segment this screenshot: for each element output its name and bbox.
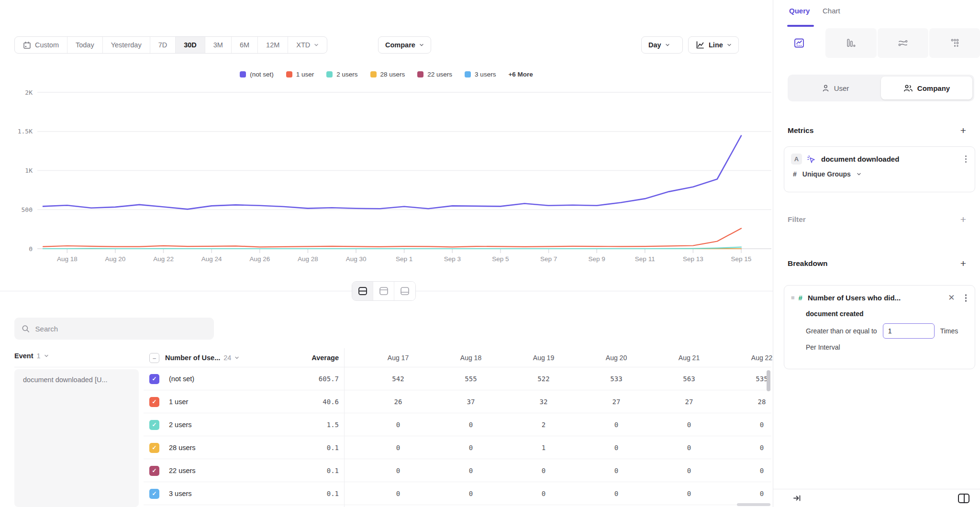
average-value: 1.5 <box>265 421 362 429</box>
row-checkbox[interactable]: ✓ <box>149 420 159 430</box>
row-divider <box>144 505 771 505</box>
condition-value-input[interactable] <box>883 323 935 339</box>
select-all-checkbox[interactable]: – <box>149 353 159 363</box>
table-header: Event 1 – Number of Use... 24 Average Au… <box>0 348 771 367</box>
split-view-button[interactable] <box>352 282 373 300</box>
top-view-button[interactable] <box>373 282 394 300</box>
metric-badge: A <box>791 154 802 165</box>
average-value: 40.6 <box>265 398 362 406</box>
date-column-header: Aug 17 <box>362 354 434 362</box>
toggle-panel-icon[interactable] <box>958 493 970 506</box>
line-chart: 05001K1.5K2KAug 18Aug 20Aug 22Aug 24Aug … <box>0 0 773 268</box>
cell-value: 0 <box>653 444 725 452</box>
vertical-scrollbar[interactable] <box>767 370 770 391</box>
row-checkbox[interactable]: ✓ <box>149 374 159 384</box>
company-toggle-option[interactable]: Company <box>881 77 972 99</box>
svg-text:1K: 1K <box>25 167 33 174</box>
cell-value: 0 <box>362 444 434 452</box>
aggregation-select[interactable]: Unique Groups <box>802 170 851 178</box>
row-label: 2 users <box>167 421 265 429</box>
user-option-label: User <box>834 84 849 92</box>
users-column-header[interactable]: – Number of Use... 24 <box>149 353 265 363</box>
user-toggle-option[interactable]: User <box>790 77 881 99</box>
cell-value: 533 <box>580 375 653 383</box>
cell-value: 0 <box>580 490 653 497</box>
svg-text:Aug 22: Aug 22 <box>153 255 174 263</box>
chevron-down-icon <box>234 355 239 360</box>
bottom-view-button[interactable] <box>394 282 415 300</box>
cell-value: 0 <box>580 467 653 474</box>
svg-text:Sep 11: Sep 11 <box>635 255 655 263</box>
date-column-header: Aug 20 <box>580 354 653 362</box>
condition-label: Greater than or equal to <box>806 327 877 335</box>
cell-value: 555 <box>434 375 507 383</box>
user-icon <box>822 84 830 92</box>
number-property-icon: # <box>799 294 802 302</box>
cell-value: 26 <box>362 398 434 406</box>
line-chart-icon <box>793 37 805 49</box>
svg-text:Sep 7: Sep 7 <box>540 255 557 263</box>
cell-value: 563 <box>653 375 725 383</box>
row-label: 28 users <box>167 444 265 452</box>
flow-chart-tab[interactable] <box>878 28 928 58</box>
breakdown-menu-button[interactable] <box>964 293 969 303</box>
cell-value: 542 <box>362 375 434 383</box>
chevron-down-icon <box>857 172 861 176</box>
row-checkbox[interactable]: ✓ <box>149 443 159 453</box>
series-2 users <box>43 247 741 249</box>
row-label: 3 users <box>167 490 265 497</box>
add-metric-button[interactable]: + <box>960 125 966 135</box>
cell-value: 0 <box>653 490 725 497</box>
company-option-label: Company <box>917 84 950 92</box>
search-box <box>14 318 214 340</box>
svg-text:Sep 5: Sep 5 <box>492 255 509 263</box>
times-label: Times <box>940 327 958 335</box>
metric-card[interactable]: A document downloaded # Unique Groups <box>784 146 975 192</box>
cell-value: 0 <box>653 467 725 474</box>
cell-value: 1 <box>507 444 580 452</box>
svg-text:Aug 18: Aug 18 <box>57 255 78 263</box>
bar-chart-icon <box>845 37 857 49</box>
breakdown-title: Breakdown <box>788 259 828 268</box>
company-icon <box>903 84 913 92</box>
metric-menu-button[interactable] <box>964 154 969 165</box>
cell-value: 0 <box>507 490 580 497</box>
event-row-panel[interactable]: document downloaded [U... <box>14 369 139 507</box>
add-breakdown-button[interactable]: + <box>960 258 966 268</box>
add-filter-button[interactable]: + <box>960 214 966 224</box>
dots-grid-icon <box>949 37 960 49</box>
horizontal-scrollbar[interactable] <box>737 503 770 506</box>
row-checkbox[interactable]: ✓ <box>149 466 159 476</box>
average-value: 0.1 <box>265 444 362 452</box>
drag-handle-icon[interactable]: ≡ <box>791 296 795 300</box>
event-name: document downloaded [U... <box>23 376 108 384</box>
close-icon[interactable]: ✕ <box>943 293 959 303</box>
line-chart-tab[interactable] <box>774 28 824 58</box>
bar-chart-tab[interactable] <box>825 28 876 58</box>
svg-text:Aug 30: Aug 30 <box>346 255 367 263</box>
breakdown-card[interactable]: ≡ # Number of Users who did... ✕ documen… <box>784 285 975 369</box>
users-header-label: Number of Use... <box>163 354 220 362</box>
cell-value: 0 <box>725 421 771 429</box>
entity-toggle: User Company <box>788 75 974 101</box>
row-checkbox[interactable]: ✓ <box>149 397 159 407</box>
cell-value: 535 <box>725 375 771 383</box>
query-sidebar: Query Chart <box>773 0 980 507</box>
cell-value: 522 <box>507 375 580 383</box>
cell-value: 0 <box>362 467 434 474</box>
average-value: 0.1 <box>265 467 362 474</box>
tab-query[interactable]: Query <box>789 7 810 15</box>
grid-chart-tab[interactable] <box>929 28 980 58</box>
collapse-sidebar-icon[interactable] <box>792 494 802 505</box>
cell-value: 0 <box>507 467 580 474</box>
active-tab-underline <box>787 25 814 27</box>
search-input[interactable] <box>35 325 207 333</box>
tab-chart[interactable]: Chart <box>823 7 840 15</box>
row-checkbox[interactable]: ✓ <box>149 489 159 499</box>
row-label: (not set) <box>167 375 265 383</box>
metrics-title: Metrics <box>788 126 813 135</box>
metrics-section-header: Metrics + <box>788 125 966 135</box>
cell-value: 0 <box>434 490 507 497</box>
sidebar-tabs: Query Chart <box>773 0 980 28</box>
date-column-header: Aug 19 <box>507 354 580 362</box>
